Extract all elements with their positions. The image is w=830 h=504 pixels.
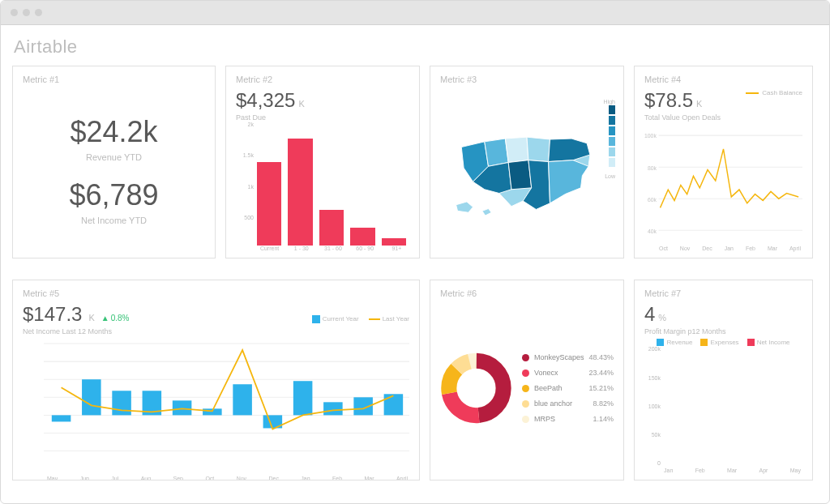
svg-rect-15 xyxy=(52,415,71,421)
open-deals-label: Total Value Open Deals xyxy=(644,113,721,122)
net-income-ytd-label: Net Income YTD xyxy=(69,216,158,225)
page: Airtable Metric #1 $24.2k Revenue YTD $6… xyxy=(1,25,829,503)
card-metric-4[interactable]: Metric #4 $78.5 K Total Value Open Deals… xyxy=(634,66,813,258)
x-axis: Current 1 - 30 31 - 60 60 - 90 91+ xyxy=(236,246,409,251)
card-metric-6[interactable]: Metric #6 MonkeyScapes48.43% Vonecx23.44… xyxy=(430,280,624,481)
svg-rect-17 xyxy=(112,391,131,415)
card-title: Metric #5 xyxy=(23,288,409,298)
x-axis: May Jun Jul Aug Sep Oct Nov Dec Jan Feb … xyxy=(23,474,409,481)
card-metric-3[interactable]: Metric #3 xyxy=(430,66,624,258)
browser-chrome xyxy=(1,1,829,25)
net-income-12m-label: Net Income Last 12 Months xyxy=(23,327,409,335)
kpi: $4,325 K xyxy=(236,89,409,112)
window-minimize-icon[interactable] xyxy=(23,9,30,16)
dashboard-grid: Metric #1 $24.2k Revenue YTD $6,789 Net … xyxy=(12,66,818,492)
y-axis: 2k 1.5k 1k 500 xyxy=(236,122,254,246)
card-title: Metric #2 xyxy=(236,75,409,84)
past-due-value: $4,325 xyxy=(236,89,295,112)
x-axis: Jan Feb Mar Apr May xyxy=(644,466,802,473)
metric-1-body: $24.2k Revenue YTD $6,789 Net Income YTD xyxy=(23,89,205,251)
svg-rect-24 xyxy=(323,402,343,415)
usa-map: High Low xyxy=(440,89,614,251)
legend: Revenue Expenses Net Income xyxy=(644,339,802,346)
donut-legend: MonkeyScapes48.43% Vonecx23.44% BeePath1… xyxy=(522,353,614,423)
svg-rect-16 xyxy=(82,379,101,415)
x-axis: Oct Nov Dec Jan Feb Mar April xyxy=(644,244,802,251)
svg-text:80k: 80k xyxy=(648,164,657,172)
svg-rect-23 xyxy=(293,381,313,415)
delta-badge: ▲ 0.8% xyxy=(101,314,130,322)
svg-text:100k: 100k xyxy=(644,132,657,140)
net-income-12m-value: $147.3 xyxy=(23,303,82,326)
legend-cash-balance: Cash Balance xyxy=(746,89,802,96)
card-title: Metric #1 xyxy=(23,75,205,84)
browser-window: Airtable Metric #1 $24.2k Revenue YTD $6… xyxy=(0,0,830,504)
svg-text:40k: 40k xyxy=(648,227,657,235)
donut-chart: MonkeyScapes48.43% Vonecx23.44% BeePath1… xyxy=(440,303,614,473)
revenue-ytd-label: Revenue YTD xyxy=(70,152,157,162)
svg-rect-26 xyxy=(384,394,404,415)
profit-margin-value: 4 xyxy=(644,303,655,326)
legend: Current Year Last Year xyxy=(312,315,409,323)
card-metric-1[interactable]: Metric #1 $24.2k Revenue YTD $6,789 Net … xyxy=(12,66,216,258)
past-due-label: Past Due xyxy=(236,113,409,122)
profit-margin-label: Profit Margin p12 Months xyxy=(644,327,802,335)
map-icon xyxy=(450,117,604,223)
net-income-combo-chart: 60K45K 30K15K 0-15K -30K xyxy=(23,335,409,474)
open-deals-value: $78.5 xyxy=(644,89,693,112)
revenue-ytd-value: $24.2k xyxy=(70,115,157,149)
card-metric-5[interactable]: Metric #5 $147.3 K ▲ 0.8% Current Year L… xyxy=(12,280,420,481)
svg-rect-19 xyxy=(173,400,192,415)
triangle-up-icon: ▲ xyxy=(101,314,109,322)
past-due-bar-chart: 2k 1.5k 1k 500 xyxy=(236,122,409,246)
card-metric-7[interactable]: Metric #7 4 % Profit Margin p12 Months R… xyxy=(634,280,813,481)
window-close-icon[interactable] xyxy=(11,9,18,16)
window-maximize-icon[interactable] xyxy=(35,9,42,16)
card-title: Metric #4 xyxy=(644,75,802,84)
svg-rect-21 xyxy=(233,384,252,415)
legend-high: High xyxy=(604,99,615,105)
color-scale xyxy=(609,105,615,167)
net-income-ytd-value: $6,789 xyxy=(69,178,158,212)
profit-stacked-bar-chart: 200k 150k 100k 50k 0 xyxy=(644,346,802,466)
svg-text:60k: 60k xyxy=(648,195,657,203)
card-title: Metric #7 xyxy=(644,288,802,298)
cash-balance-line-chart: 100k 80k 60k 40k xyxy=(644,126,802,244)
card-title: Metric #6 xyxy=(440,288,614,298)
page-title: Airtable xyxy=(14,36,818,58)
y-axis: 200k 150k 100k 50k 0 xyxy=(644,346,661,466)
legend-low: Low xyxy=(605,173,615,179)
card-title: Metric #3 xyxy=(440,75,614,84)
card-metric-2[interactable]: Metric #2 $4,325 K Past Due 2k 1.5k 1k 5… xyxy=(225,66,420,258)
